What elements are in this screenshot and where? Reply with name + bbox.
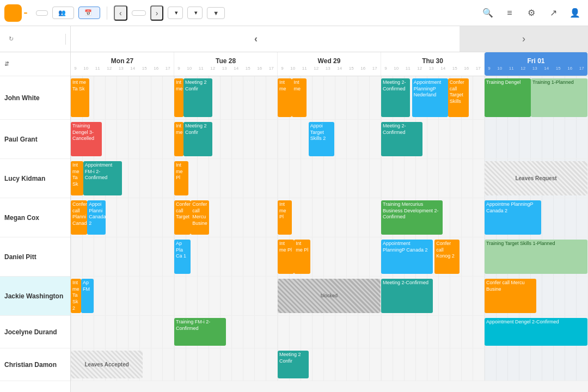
search-button[interactable]: 🔍 [479, 4, 497, 22]
month-nav: ‹ › [71, 26, 588, 52]
next-month-button[interactable]: › [518, 31, 530, 47]
resource-name-cell: Jackie Washington [0, 277, 70, 316]
user-button[interactable]: 👤 [566, 4, 584, 22]
resource-name-cell: Paul Grant [0, 120, 70, 159]
day-col-4-1: Ap Pla Ca 1 [174, 237, 278, 276]
day-header-0: Mon 2791011121314151617 [71, 52, 174, 76]
resource-nav-button[interactable]: 👥 [52, 7, 74, 19]
prev-month-button[interactable]: ‹ [250, 31, 262, 47]
sort-filter-button[interactable]: ⇵ [4, 60, 11, 68]
day-col-5-3: Meeting 2-Confirmed [381, 277, 485, 315]
event-block[interactable]: Appointment FM-i 2-Confirmed [83, 161, 122, 195]
day-col-5-0: Int me Ta Sk 2Ap FM [71, 277, 174, 315]
day-col-6-0 [71, 316, 174, 348]
event-block[interactable]: Appoi Planni Canada 2 [87, 200, 106, 235]
resource-name-cell: John White [0, 76, 70, 120]
event-block[interactable]: Int me [292, 78, 306, 117]
event-block[interactable]: Meeting 2-Confirmed [381, 78, 410, 117]
event-block[interactable]: Int me Pl [294, 240, 310, 274]
day-col-0-1: Int meMeeting 2 Confir [174, 76, 278, 119]
event-block[interactable]: Int me Pl [174, 161, 188, 195]
day-col-5-4: Confer call Mercu Busine [485, 277, 588, 315]
department-select[interactable]: ▾ [168, 7, 183, 19]
event-block[interactable]: Int me Ta Sk 2 [71, 279, 81, 313]
premium-badge [24, 13, 27, 14]
share-button[interactable]: ↗ [544, 4, 562, 22]
event-block[interactable]: Training FM-i 2-Confirmed [174, 318, 226, 346]
day-col-4-4: Training Target Skills 1-Planned [485, 237, 588, 276]
event-block[interactable]: Meeting 2 Confir [278, 351, 309, 378]
event-block[interactable]: Ap FM [81, 279, 94, 313]
day-col-3-1: Confer call TargetConfer call Mercu Busi… [174, 198, 278, 237]
event-block[interactable]: Meeting 2 Confir [183, 78, 212, 117]
grid-area: Mon 2791011121314151617Tue 2891011121314… [71, 52, 588, 392]
event-block[interactable]: Int me [278, 78, 292, 117]
day-header-1: Tue 2891011121314151617 [174, 52, 278, 76]
event-block[interactable]: Meeting 2 Confir [183, 122, 212, 156]
event-block[interactable]: Training 1-Planned [531, 78, 587, 117]
event-block[interactable]: Appointment PlanningP Nederland [412, 78, 448, 117]
event-block[interactable]: Confer call Target [174, 200, 191, 235]
names-column: ⇵ John WhitePaul GrantLucy KidmanMegan C… [0, 52, 71, 392]
next-week-button[interactable]: › [150, 5, 164, 21]
event-block[interactable]: Training Dengel 3-Cancelled [71, 122, 102, 156]
resource-row: Int me Ta SkInt meMeeting 2 ConfirInt me… [71, 76, 588, 120]
day-col-6-3 [381, 316, 485, 348]
settings-button[interactable]: ⚙ [523, 4, 540, 22]
filter-button[interactable]: ▼ [207, 7, 225, 19]
event-block[interactable]: Int me [174, 78, 183, 117]
event-block[interactable]: Int me Ta Sk [71, 78, 89, 117]
event-block[interactable]: Confer call Konog 2 [434, 240, 459, 274]
day-headers: Mon 2791011121314151617Tue 2891011121314… [71, 52, 588, 76]
sidebar-top: ↻ [0, 26, 71, 52]
day-col-6-1: Training FM-i 2-Confirmed [174, 316, 278, 348]
event-block[interactable]: Training Mercurius Business Development … [381, 200, 443, 235]
day-col-0-4: Training DengelTraining 1-Planned [485, 76, 588, 119]
day-col-7-2: Meeting 2 Confir [278, 348, 381, 381]
event-block[interactable]: Confer call Mercu Busine [191, 200, 209, 235]
add-button[interactable] [36, 10, 48, 16]
event-block[interactable]: Leaves Accepted [71, 351, 143, 378]
resource-row: Confer call Planni CanadAppoi Planni Can… [71, 198, 588, 237]
day-header-2: Wed 2991011121314151617 [278, 52, 381, 76]
day-headers-row: Mon 2791011121314151617Tue 2891011121314… [71, 52, 588, 76]
event-block[interactable]: Ap Pla Ca 1 [174, 240, 191, 274]
resource-name-cell: Daniel Pitt [0, 237, 70, 277]
day-col-1-2: Appoi Target Skills 2 [278, 120, 381, 158]
filter-row: ⇵ [0, 52, 70, 76]
divider [107, 7, 107, 20]
event-block[interactable]: Confer call Planni Canad [71, 200, 87, 235]
weekly-nav-button[interactable]: 📅 [78, 7, 100, 19]
event-block[interactable]: Meeting 2-Confirmed [381, 279, 433, 313]
resource-select[interactable]: ▾ [187, 7, 203, 19]
event-block[interactable]: Int me Pl [278, 240, 294, 274]
event-block[interactable]: Leaves Request [485, 161, 587, 195]
event-block[interactable]: blocked [278, 279, 381, 313]
day-col-3-0: Confer call Planni CanadAppoi Planni Can… [71, 198, 174, 237]
event-block[interactable]: Int me Ta Sk [71, 161, 83, 195]
filter-icon: ▼ [213, 10, 219, 16]
event-block[interactable]: Int me [174, 122, 183, 156]
event-block[interactable]: Confer call Target Skills [448, 78, 469, 117]
refresh-button[interactable]: ↻ [4, 33, 17, 46]
day-col-6-4: Appointment Dengel 2-Confirmed [485, 316, 588, 348]
day-col-1-0: Training Dengel 3-Cancelled [71, 120, 174, 158]
event-block[interactable]: Confer call Mercu Busine [485, 279, 536, 313]
day-col-2-4: Leaves Request [485, 159, 588, 198]
day-col-0-3: Appointment PlanningP NederlandConfer ca… [381, 76, 485, 119]
event-block[interactable]: Training Dengel [485, 78, 531, 117]
event-block[interactable]: Appointme PlanningP Canada 2 [485, 200, 541, 235]
event-block[interactable]: Appointment Dengel 2-Confirmed [485, 318, 587, 346]
event-block[interactable]: Appointment PlanningP Canada 2 [381, 240, 433, 274]
next-month-label: › [460, 26, 588, 52]
event-block[interactable]: Appoi Target Skills 2 [309, 122, 334, 156]
resource-row: Leaves AcceptedMeeting 2 Confir [71, 348, 588, 381]
prev-week-button[interactable]: ‹ [114, 5, 127, 21]
resource-name-cell: Megan Cox [0, 198, 70, 237]
day-col-3-4: Appointme PlanningP Canada 2 [485, 198, 588, 237]
event-block[interactable]: Int me Pl [278, 200, 292, 235]
rows-container: Int me Ta SkInt meMeeting 2 ConfirInt me… [71, 76, 588, 392]
layers-button[interactable]: ≡ [501, 4, 518, 22]
event-block[interactable]: Training Target Skills 1-Planned [485, 240, 587, 274]
event-block[interactable]: Meeting 2-Confirmed [381, 122, 422, 156]
